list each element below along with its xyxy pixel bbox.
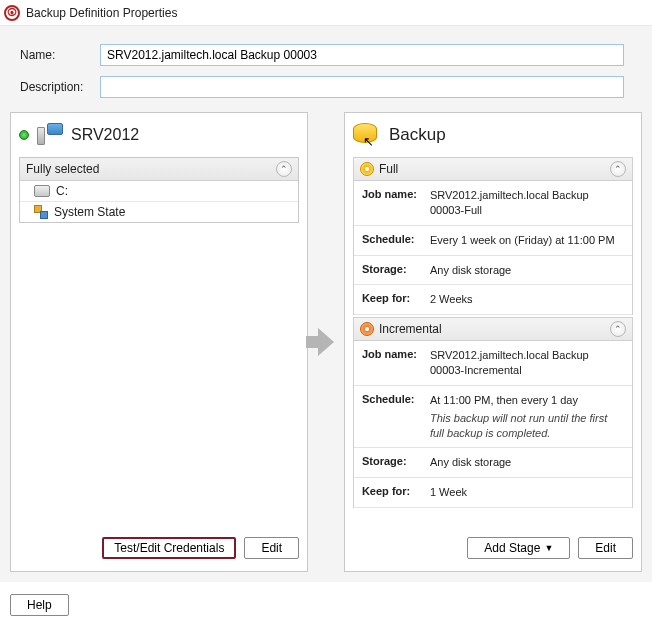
- edit-source-button[interactable]: Edit: [244, 537, 299, 559]
- server-icon: [37, 123, 63, 147]
- detail-row: Job name: SRV2012.jamiltech.local Backup…: [354, 341, 632, 386]
- source-title: SRV2012: [71, 126, 139, 144]
- description-row: Description:: [10, 76, 642, 98]
- bottom-bar: Help: [0, 582, 652, 628]
- backup-sections: Full ⌃ Job name: SRV2012.jamiltech.local…: [353, 155, 633, 508]
- disc-full-icon: [360, 162, 374, 176]
- detail-row: Schedule: At 11:00 PM, then every 1 day …: [354, 386, 632, 449]
- detail-row: Keep for: 2 Weeks: [354, 285, 632, 315]
- help-button[interactable]: Help: [10, 594, 69, 616]
- detail-label: Keep for:: [362, 292, 424, 307]
- detail-row: Keep for: 1 Week: [354, 478, 632, 508]
- disk-icon: [34, 185, 50, 197]
- name-input[interactable]: [100, 44, 624, 66]
- selection-tree: Fully selected ⌃ C: System State: [19, 157, 299, 223]
- detail-row: Storage: Any disk storage: [354, 256, 632, 286]
- section-header-label: Incremental: [379, 322, 442, 336]
- section-header-full[interactable]: Full ⌃: [353, 157, 633, 181]
- detail-value: 2 Weeks: [430, 292, 473, 307]
- name-label: Name:: [10, 48, 100, 62]
- detail-label: Schedule:: [362, 233, 424, 248]
- detail-label: Storage:: [362, 455, 424, 470]
- description-label: Description:: [10, 80, 100, 94]
- detail-value: 1 Week: [430, 485, 467, 500]
- collapse-icon[interactable]: ⌃: [610, 321, 626, 337]
- description-input[interactable]: [100, 76, 624, 98]
- backup-title: Backup: [389, 125, 446, 145]
- disc-incremental-icon: [360, 322, 374, 336]
- backup-panel-header: ↖ Backup: [353, 123, 633, 147]
- detail-row: Job name: SRV2012.jamiltech.local Backup…: [354, 181, 632, 226]
- collapse-icon[interactable]: ⌃: [610, 161, 626, 177]
- tree-item-c-drive[interactable]: C:: [20, 181, 298, 202]
- source-panel-header: SRV2012: [19, 123, 299, 147]
- panels-container: SRV2012 Fully selected ⌃ C: System State…: [10, 112, 642, 572]
- tree-header-label: Fully selected: [26, 162, 99, 176]
- tree-header: Fully selected ⌃: [20, 158, 298, 181]
- arrow-right-icon: [318, 328, 334, 356]
- detail-label: Storage:: [362, 263, 424, 278]
- test-edit-credentials-button[interactable]: Test/Edit Credentials: [102, 537, 236, 559]
- edit-backup-button[interactable]: Edit: [578, 537, 633, 559]
- add-stage-button[interactable]: Add Stage ▼: [467, 537, 570, 559]
- status-dot-icon: [19, 130, 29, 140]
- detail-value: Every 1 week on (Friday) at 11:00 PM: [430, 233, 615, 248]
- tree-item-label: C:: [56, 184, 68, 198]
- full-details: Job name: SRV2012.jamiltech.local Backup…: [353, 181, 633, 315]
- backup-panel-footer: Add Stage ▼ Edit: [353, 533, 633, 559]
- detail-value: SRV2012.jamiltech.local Backup 00003-Inc…: [430, 348, 624, 378]
- detail-label: Keep for:: [362, 485, 424, 500]
- system-state-icon: [34, 205, 48, 219]
- detail-note: This backup will not run until the first…: [430, 411, 624, 441]
- source-panel: SRV2012 Fully selected ⌃ C: System State…: [10, 112, 308, 572]
- app-icon: ⦿: [4, 5, 20, 21]
- detail-row: Schedule: Every 1 week on (Friday) at 11…: [354, 226, 632, 256]
- title-bar: ⦿ Backup Definition Properties: [0, 0, 652, 26]
- tree-item-label: System State: [54, 205, 125, 219]
- arrow-column: [314, 112, 338, 572]
- section-header-label: Full: [379, 162, 398, 176]
- detail-row: Storage: Any disk storage: [354, 448, 632, 478]
- main-content: Name: Description: SRV2012 Fully selecte…: [0, 26, 652, 582]
- source-panel-footer: Test/Edit Credentials Edit: [19, 533, 299, 559]
- section-header-incremental[interactable]: Incremental ⌃: [353, 317, 633, 341]
- detail-label: Job name:: [362, 348, 424, 378]
- tree-item-system-state[interactable]: System State: [20, 202, 298, 222]
- collapse-icon[interactable]: ⌃: [276, 161, 292, 177]
- backup-panel: ↖ Backup Full ⌃ Job name: SRV2012.jamil: [344, 112, 642, 572]
- detail-value: SRV2012.jamiltech.local Backup 00003-Ful…: [430, 188, 624, 218]
- detail-value: Any disk storage: [430, 263, 511, 278]
- detail-label: Schedule:: [362, 393, 424, 441]
- detail-value: At 11:00 PM, then every 1 day This backu…: [430, 393, 624, 441]
- backup-icon: ↖: [353, 123, 381, 147]
- detail-value: Any disk storage: [430, 455, 511, 470]
- name-row: Name:: [10, 44, 642, 66]
- window-title: Backup Definition Properties: [26, 6, 177, 20]
- detail-label: Job name:: [362, 188, 424, 218]
- chevron-down-icon: ▼: [544, 543, 553, 553]
- incremental-details: Job name: SRV2012.jamiltech.local Backup…: [353, 341, 633, 508]
